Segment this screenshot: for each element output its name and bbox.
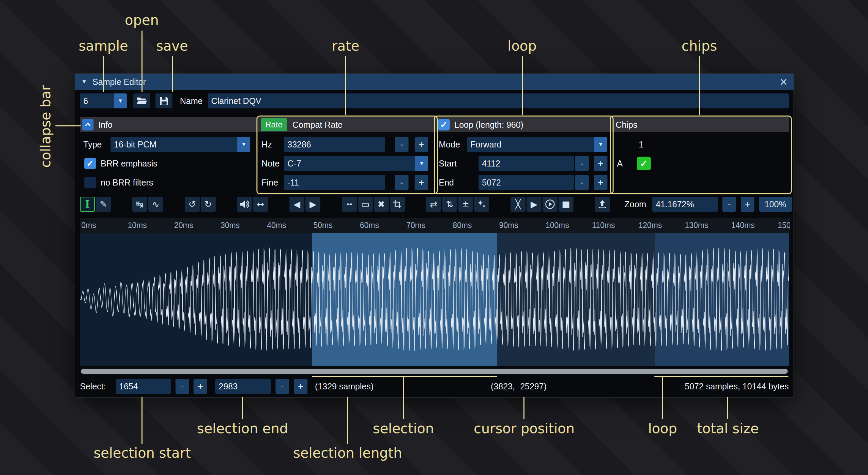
zoom-input[interactable]: [652, 197, 718, 212]
delete-button[interactable]: ✖: [374, 197, 389, 212]
no-brr-filters-checkbox[interactable]: [84, 177, 96, 188]
selection-end-decrease-button[interactable]: -: [276, 379, 289, 394]
invert-button[interactable]: ⇅: [442, 197, 457, 212]
cursor-position-text: (3823, -25297): [491, 379, 547, 394]
insert-silence-button[interactable]: ╍: [342, 197, 357, 212]
loop-start-decrease-button[interactable]: -: [575, 156, 589, 171]
ruler-tick: 90ms: [499, 218, 518, 233]
select-tool-button[interactable]: I: [80, 197, 95, 212]
annotation-line-total-size: [727, 397, 728, 419]
sample-name-input[interactable]: [208, 93, 789, 108]
loop-start-input[interactable]: [479, 156, 574, 171]
ruler-tick: 70ms: [406, 218, 425, 233]
loop-end-input[interactable]: [479, 175, 574, 190]
upload-icon: [598, 199, 607, 209]
draw-tool-button[interactable]: ✎: [96, 197, 111, 212]
chip-enable-toggle[interactable]: ✓: [637, 157, 651, 170]
waveform-scrollbar[interactable]: [80, 368, 789, 375]
zoom-out-button[interactable]: -: [722, 197, 736, 212]
checkmark-icon: ✓: [86, 158, 94, 169]
trim-button[interactable]: [390, 197, 405, 212]
redo-icon: ↻: [204, 199, 212, 209]
preview-button[interactable]: ▶: [527, 197, 541, 212]
zoom-reset-button[interactable]: 100%: [759, 197, 792, 212]
fine-increase-button[interactable]: +: [415, 175, 428, 190]
rate-badge: Rate: [261, 118, 287, 131]
loop-start-label: Start: [439, 156, 457, 171]
hz-increase-button[interactable]: +: [415, 137, 428, 152]
note-select[interactable]: C-7 ▼: [284, 156, 428, 171]
crop-icon: [393, 200, 402, 209]
selection-start-increase-button[interactable]: +: [194, 379, 207, 394]
chip-column-header: 1: [639, 137, 644, 152]
zoom-reset-label: 100%: [765, 199, 786, 209]
hz-decrease-button[interactable]: -: [395, 137, 408, 152]
zoom-in-button[interactable]: +: [741, 197, 754, 212]
minus-icon: -: [400, 177, 403, 188]
reverse-button[interactable]: ⇄: [426, 197, 441, 212]
stop-button[interactable]: ■: [558, 197, 573, 212]
no-brr-filters-label: no BRR filters: [101, 175, 153, 190]
annotation-save: save: [156, 38, 188, 54]
apply-filter-button[interactable]: [474, 197, 489, 212]
loop-end-decrease-button[interactable]: -: [575, 175, 589, 190]
annotation-line-sample: [103, 56, 104, 92]
crossfade-loop-button[interactable]: ╳: [511, 197, 525, 212]
resample-button[interactable]: ∿: [148, 197, 163, 212]
save-sample-button[interactable]: [155, 93, 172, 108]
window-collapse-caret-icon[interactable]: ▼: [81, 78, 87, 85]
zoom-label: Zoom: [624, 199, 646, 209]
loop-start-increase-button[interactable]: +: [594, 156, 607, 171]
waveform-display[interactable]: [80, 233, 789, 366]
scrollbar-thumb[interactable]: [81, 369, 788, 374]
chip-row-label: A: [617, 156, 623, 171]
selection-start-input[interactable]: [116, 379, 171, 394]
hz-input[interactable]: [284, 137, 385, 152]
normalize-button[interactable]: ↔: [253, 197, 268, 212]
sample-editor-window: ▼ Sample Editor × 6 ▼ Name Info Type 16-…: [75, 73, 794, 398]
note-label: Note: [262, 156, 280, 171]
fine-decrease-button[interactable]: -: [395, 175, 408, 190]
annotation-selection: selection: [373, 421, 434, 436]
name-label: Name: [180, 93, 203, 108]
open-sample-button[interactable]: [133, 93, 150, 108]
fade-out-button[interactable]: ▶: [305, 197, 320, 212]
loop-section-title: Loop (length: 960): [454, 120, 523, 130]
sine-wave-icon: ∿: [152, 199, 160, 209]
selection-end-increase-button[interactable]: +: [294, 379, 307, 394]
sample-type-select[interactable]: 16-bit PCM ▼: [111, 137, 250, 152]
loop-end-increase-button[interactable]: +: [594, 175, 607, 190]
fade-in-button[interactable]: ◀: [289, 197, 304, 212]
brr-emphasis-checkbox[interactable]: ✓: [84, 158, 96, 169]
selection-end-input[interactable]: [215, 379, 271, 394]
apply-silence-button[interactable]: ▭: [358, 197, 373, 212]
loop-end-label: End: [439, 175, 454, 190]
ruler-tick: 80ms: [453, 218, 472, 233]
collapse-bar-button[interactable]: [82, 119, 94, 130]
resize-button[interactable]: ↹: [132, 197, 147, 212]
loop-mode-select[interactable]: Forward ▼: [467, 137, 607, 152]
annotation-loop-region: loop: [648, 421, 677, 436]
selection-start-decrease-button[interactable]: -: [176, 379, 189, 394]
note-value: C-7: [284, 156, 415, 171]
ruler-tick: 40ms: [267, 218, 286, 233]
redo-button[interactable]: ↻: [201, 197, 216, 212]
loop-enable-checkbox[interactable]: ✓: [438, 119, 450, 130]
ruler-tick: 100ms: [546, 218, 569, 233]
annotation-open: open: [125, 12, 159, 28]
annotation-line-chips: [699, 56, 700, 115]
waveform-canvas[interactable]: [80, 233, 789, 366]
upload-to-chip-button[interactable]: [595, 197, 610, 212]
amplify-button[interactable]: [237, 197, 252, 212]
play-circle-button[interactable]: [542, 197, 557, 212]
chevron-down-icon: ▼: [114, 93, 127, 108]
window-titlebar[interactable]: ▼ Sample Editor ×: [75, 74, 794, 90]
swap-arrows-icon: ⇄: [430, 199, 437, 209]
fine-input[interactable]: [284, 175, 385, 190]
type-label: Type: [83, 137, 102, 152]
sign-exchange-button[interactable]: ±: [458, 197, 473, 212]
rate-section-header: Rate Compat Rate: [258, 117, 435, 132]
undo-button[interactable]: ↺: [185, 197, 200, 212]
close-icon[interactable]: ×: [780, 75, 787, 88]
sample-selector[interactable]: 6 ▼: [80, 93, 127, 108]
